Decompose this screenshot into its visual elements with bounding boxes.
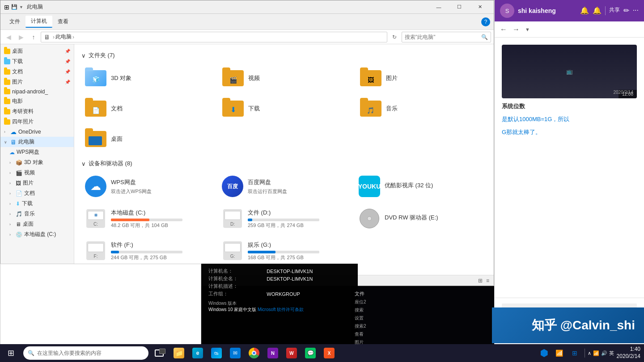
device-g[interactable]: G: 娱乐 (G:) 168 GB 可用，共 275 GB bbox=[218, 237, 350, 264]
sidebar-item-thispc[interactable]: ∨ 🖥 此电脑 bbox=[0, 137, 74, 147]
taskbar-wps[interactable]: W bbox=[283, 344, 301, 362]
sidebar-item-dsk2[interactable]: › 🖥 桌面 bbox=[0, 219, 74, 229]
ms-license-link[interactable]: Microsoft 软件许可条款 bbox=[258, 307, 304, 312]
sidebar-c-label: 本地磁盘 (C:) bbox=[24, 231, 70, 238]
article-title: 系统位数 bbox=[502, 103, 525, 109]
baidu-pan-icon: 百度 bbox=[222, 176, 243, 197]
device-wps[interactable]: ☁ WPS网盘 双击进入WPS网盘 bbox=[81, 173, 213, 200]
sidebar-item-nipad[interactable]: nipad-android_ bbox=[0, 87, 74, 96]
device-d[interactable]: D: 文件 (D:) 259 GB 可用，共 274 GB bbox=[218, 205, 350, 232]
back-button[interactable]: ◀ bbox=[3, 32, 14, 42]
search-bar[interactable]: 🔍 bbox=[402, 32, 491, 42]
sidebar-item-movies[interactable]: 电影 bbox=[0, 96, 74, 106]
taskbar-edge[interactable]: e bbox=[189, 344, 207, 362]
sidebar-item-video[interactable]: › 🎬 视频 bbox=[0, 168, 74, 178]
tile-view-button[interactable]: ⊞ bbox=[477, 278, 483, 284]
tray-app3[interactable]: ⊞ bbox=[568, 346, 582, 360]
taskbar-app8[interactable]: X bbox=[320, 344, 338, 362]
more-icon[interactable]: ··· bbox=[633, 6, 639, 15]
computer-menu[interactable]: 计算机 bbox=[25, 16, 52, 28]
edit-icon[interactable]: ✏ bbox=[623, 6, 629, 15]
tray-shield[interactable] bbox=[537, 346, 551, 360]
folder-item-documents[interactable]: 📄 文档 bbox=[81, 95, 212, 122]
folder-item-video[interactable]: 🎬 视频 bbox=[219, 65, 349, 92]
view-menu[interactable]: 查看 bbox=[52, 16, 74, 27]
sidebar-item-c[interactable]: › 💿 本地磁盘 (C:) bbox=[0, 229, 74, 240]
sidebar-item-pix[interactable]: › 🖼 图片 bbox=[0, 178, 74, 188]
back-nav-icon[interactable]: ← bbox=[498, 24, 509, 35]
device-f[interactable]: F: 软件 (F:) 244 GB 可用，共 275 GB bbox=[81, 237, 213, 264]
sidebar-item-pictures[interactable]: 图片 📌 bbox=[0, 77, 74, 87]
up-button[interactable]: ↑ bbox=[28, 32, 39, 42]
help-button[interactable]: ? bbox=[481, 17, 490, 26]
folder-item-music[interactable]: 🎵 音乐 bbox=[356, 95, 487, 122]
sys-windows-label: Windows 版本 bbox=[208, 300, 351, 307]
sys-label-1: 计算机名： bbox=[207, 267, 265, 275]
dropdown-arrow[interactable]: ▼ bbox=[525, 27, 530, 32]
minimize-button[interactable]: — bbox=[428, 0, 449, 14]
bell-icon[interactable]: 🔔 bbox=[593, 6, 602, 15]
sidebar-item-downloads[interactable]: 下载 📌 bbox=[0, 56, 74, 67]
device-d-size: 259 GB 可用，共 274 GB bbox=[248, 222, 346, 229]
tray-arrow[interactable]: ∧ bbox=[588, 350, 591, 356]
taskbar-onenote[interactable]: N bbox=[264, 344, 282, 362]
refresh-button[interactable]: ↻ bbox=[389, 32, 400, 42]
start-button[interactable]: ⊞ bbox=[0, 344, 21, 362]
close-button[interactable]: ✕ bbox=[470, 0, 490, 14]
folders-title: 文件夹 (7) bbox=[89, 51, 115, 59]
sidebar-item-wps[interactable]: ☁ WPS网盘 bbox=[0, 147, 74, 157]
taskbar-chrome[interactable] bbox=[245, 344, 263, 362]
taskbar-explorer[interactable]: 📁 bbox=[170, 344, 188, 362]
tray-lang[interactable]: 英 bbox=[609, 350, 614, 357]
sys-label-4: 工作组： bbox=[207, 290, 265, 298]
address-path[interactable]: 🖥 › 此电脑 › bbox=[41, 32, 387, 42]
sys-val-2: DESKTOP-LIMVK1N bbox=[265, 275, 352, 282]
share-button[interactable]: 共享 bbox=[609, 6, 620, 15]
tray-volume[interactable]: 🔊 bbox=[601, 350, 607, 356]
forward-nav-icon[interactable]: → bbox=[511, 24, 521, 35]
sidebar-wps-label: WPS网盘 bbox=[17, 148, 70, 156]
sidebar-item-doc2[interactable]: › 📄 文档 bbox=[0, 188, 74, 198]
list-view-button[interactable]: ≡ bbox=[485, 278, 490, 284]
taskbar-search-bar[interactable]: 🔍 在这里输入你要搜索的内容 bbox=[23, 346, 148, 360]
device-baidu[interactable]: 百度 百度网盘 双击运行百度网盘 bbox=[218, 173, 350, 200]
taskview-button[interactable] bbox=[150, 344, 168, 362]
folder-item-downloads[interactable]: ⬇ 下载 bbox=[219, 95, 349, 122]
device-c[interactable]: ⊞ C: 本地磁盘 (C:) 48.2 GB 可用，共 104 GB bbox=[81, 205, 213, 232]
taskview-icon bbox=[155, 349, 164, 357]
sidebar-item-photos[interactable]: 四年照片 bbox=[0, 117, 74, 127]
sidebar-item-onedrive[interactable]: › ☁ OneDrive bbox=[0, 127, 74, 137]
sidebar-item-documents[interactable]: 文档 📌 bbox=[0, 67, 74, 77]
toolbar: 文件 计算机 查看 ? bbox=[0, 14, 494, 30]
forward-button[interactable]: ▶ bbox=[16, 32, 26, 42]
devices-section-header[interactable]: ∨ 设备和驱动器 (8) bbox=[81, 160, 487, 168]
sidebar-item-3d[interactable]: › 📦 3D 对象 bbox=[0, 157, 74, 168]
device-e-name: DVD RW 驱动器 (E:) bbox=[385, 214, 483, 222]
file-menu[interactable]: 文件 bbox=[4, 16, 25, 27]
sidebar-item-study[interactable]: 考研资料 bbox=[0, 106, 74, 117]
folders-section-header[interactable]: ∨ 文件夹 (7) bbox=[81, 51, 487, 59]
article-text1: 是默认1000MB=1G，所以 bbox=[502, 116, 569, 122]
device-youku[interactable]: YOUKU 优酷影视库 (32 位) bbox=[355, 173, 487, 200]
tray-network[interactable]: 📶 bbox=[593, 350, 599, 356]
taskbar-wechat[interactable]: 💬 bbox=[301, 344, 319, 362]
small-tray-icons: 📶 ⊞ bbox=[537, 346, 582, 360]
folder-item-desktop[interactable]: 桌面 bbox=[81, 126, 212, 152]
onedrive-icon: ☁ bbox=[10, 128, 17, 135]
search-input[interactable] bbox=[405, 34, 481, 40]
device-c-bar-container bbox=[111, 219, 182, 221]
device-g-info: 娱乐 (G:) 168 GB 可用，共 275 GB bbox=[248, 241, 346, 261]
taskbar-store[interactable]: 🛍 bbox=[208, 344, 225, 362]
doc2-icon: 📄 bbox=[16, 190, 22, 197]
taskbar-mail[interactable]: ✉ bbox=[226, 344, 244, 362]
maximize-button[interactable]: ☐ bbox=[449, 0, 470, 14]
folder-item-pictures[interactable]: 🖼 图片 bbox=[356, 65, 487, 92]
tray-app2[interactable]: 📶 bbox=[552, 346, 567, 360]
device-e[interactable]: DVD RW 驱动器 (E:) bbox=[355, 205, 487, 232]
sidebar-item-desktop[interactable]: 桌面 📌 bbox=[0, 46, 74, 56]
sidebar-item-music[interactable]: › 🎵 音乐 bbox=[0, 209, 74, 219]
notification-icon[interactable]: 🔔 bbox=[580, 6, 589, 15]
folder-item-3d[interactable]: 🧊 3D 对象 bbox=[81, 65, 212, 92]
devices-title: 设备和驱动器 (8) bbox=[89, 160, 132, 168]
sidebar-item-dl2[interactable]: › ⬇ 下载 bbox=[0, 198, 74, 209]
